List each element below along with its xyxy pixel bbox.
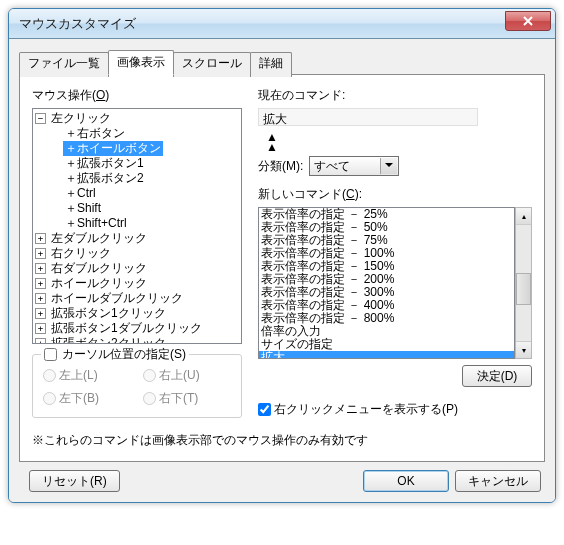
tree-child-item[interactable]: ＋Shift+Ctrl [35,216,239,231]
ok-button[interactable]: OK [363,470,449,492]
content-area: ファイル一覧 画像表示 スクロール 詳細 マウス操作(O) − 左クリック ＋右… [9,39,555,502]
list-item[interactable]: 拡大 [259,351,514,359]
show-context-menu-checkbox[interactable]: 右クリックメニューを表示する(P) [258,401,532,418]
decide-button[interactable]: 決定(D) [462,365,532,387]
expand-icon[interactable]: + [35,263,46,274]
tree-child-item[interactable]: ＋Shift [35,201,239,216]
cursor-position-group: カーソル位置の指定(S) 左上(L) 右上(U) 左下(B) 右下(T) [32,354,242,418]
arrows-icon: ▲▲ [266,132,532,152]
tree-child-item[interactable]: ＋右ボタン [35,126,239,141]
tab-panel: マウス操作(O) − 左クリック ＋右ボタン＋ホイールボタン＋拡張ボタン1＋拡張… [19,74,545,462]
tree-sibling-item[interactable]: +拡張ボタン1クリック [35,306,239,321]
tree-node-left-click[interactable]: − 左クリック [35,111,239,126]
show-context-check-input[interactable] [258,403,271,416]
tab-file-list[interactable]: ファイル一覧 [19,52,109,77]
dialog-buttons: リセット(R) OK キャンセル [19,462,545,496]
scroll-up-button[interactable]: ▴ [516,208,531,225]
current-command-value: 拡大 [258,108,478,126]
close-button[interactable] [505,11,551,31]
close-icon [523,16,533,26]
expand-icon[interactable]: + [35,338,46,344]
expand-icon[interactable]: + [35,248,46,259]
tree-sibling-item[interactable]: +拡張ボタン2クリック [35,336,239,344]
mouse-ops-label: マウス操作(O) [32,87,242,104]
tree-sibling-item[interactable]: +ホイールクリック [35,276,239,291]
expand-icon[interactable]: + [35,233,46,244]
chevron-down-icon [385,163,393,167]
scroll-thumb[interactable] [516,273,531,305]
expand-icon[interactable]: + [35,308,46,319]
expand-icon[interactable]: + [35,293,46,304]
tree-sibling-item[interactable]: +右ダブルクリック [35,261,239,276]
radio-bottom-left[interactable]: 左下(B) [43,390,131,407]
mouse-ops-tree[interactable]: − 左クリック ＋右ボタン＋ホイールボタン＋拡張ボタン1＋拡張ボタン2＋Ctrl… [32,108,242,344]
tab-scroll[interactable]: スクロール [173,52,251,77]
tree-sibling-item[interactable]: +右クリック [35,246,239,261]
new-command-listbox[interactable]: 表示倍率の指定 － 25%表示倍率の指定 － 50%表示倍率の指定 － 75%表… [258,207,515,359]
category-label: 分類(M): [258,158,303,175]
footer-note: ※これらのコマンドは画像表示部でのマウス操作のみ有効です [32,432,532,449]
scroll-down-button[interactable]: ▾ [516,341,531,358]
expand-icon[interactable]: + [35,323,46,334]
current-command-label: 現在のコマンド: [258,87,532,104]
tab-image-display[interactable]: 画像表示 [108,50,174,75]
listbox-scrollbar[interactable]: ▴ ▾ [515,207,532,359]
tab-bar: ファイル一覧 画像表示 スクロール 詳細 [19,50,545,75]
window-title: マウスカスタマイズ [19,15,136,33]
cancel-button[interactable]: キャンセル [455,470,541,492]
scroll-track[interactable] [516,225,531,341]
category-select[interactable]: すべて [309,156,399,176]
collapse-icon[interactable]: − [35,113,46,124]
radio-top-right[interactable]: 右上(U) [143,367,231,384]
titlebar[interactable]: マウスカスタマイズ [9,9,555,39]
cursor-position-checkbox[interactable]: カーソル位置の指定(S) [41,346,189,363]
list-item[interactable]: サイズの指定 [259,338,514,351]
tree-sibling-item[interactable]: +ホイールダブルクリック [35,291,239,306]
tree-sibling-item[interactable]: +左ダブルクリック [35,231,239,246]
tree-child-item[interactable]: ＋Ctrl [35,186,239,201]
radio-bottom-right[interactable]: 右下(T) [143,390,231,407]
tree-sibling-item[interactable]: +拡張ボタン1ダブルクリック [35,321,239,336]
tab-detail[interactable]: 詳細 [250,52,292,77]
tree-child-item[interactable]: ＋ホイールボタン [35,141,239,156]
tree-child-item[interactable]: ＋拡張ボタン1 [35,156,239,171]
dialog-window: マウスカスタマイズ ファイル一覧 画像表示 スクロール 詳細 マウス操作(O) … [8,8,556,503]
expand-icon[interactable]: + [35,278,46,289]
new-command-label: 新しいコマンド(C): [258,186,532,203]
cursor-position-check-input[interactable] [44,348,57,361]
radio-top-left[interactable]: 左上(L) [43,367,131,384]
tree-child-item[interactable]: ＋拡張ボタン2 [35,171,239,186]
reset-button[interactable]: リセット(R) [29,470,120,492]
